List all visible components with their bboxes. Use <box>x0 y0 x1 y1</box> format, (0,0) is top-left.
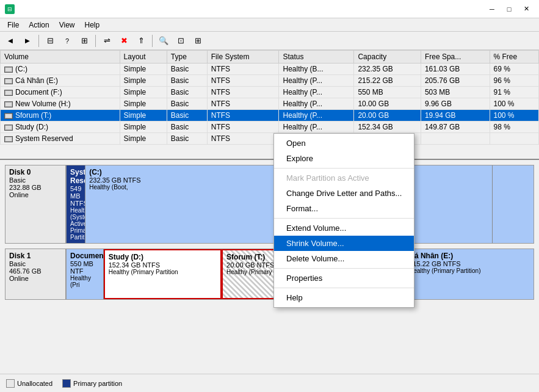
table-row[interactable]: Study (D:)SimpleBasicNTFSHealthy (P...15… <box>1 122 539 133</box>
refresh-button[interactable]: ⇌ <box>99 34 115 48</box>
partition[interactable]: System Reserved 549 MB NTFS Healthy (Sys… <box>67 165 85 243</box>
col-status[interactable]: Status <box>279 51 354 64</box>
context-menu-item[interactable]: Delete Volume... <box>274 251 414 266</box>
main-content: Volume Layout Type File System Status Ca… <box>0 50 539 392</box>
search-button[interactable]: 🔍 <box>156 34 172 48</box>
context-menu-item[interactable]: Properties <box>274 270 414 286</box>
disk-view-button[interactable]: ⊟ <box>42 34 58 48</box>
disk-status: Online <box>9 191 62 198</box>
table-cell: 9.96 GB <box>421 98 490 110</box>
forward-button[interactable]: ► <box>20 34 35 48</box>
legend-primary: Primary partition <box>62 379 122 388</box>
close-button[interactable]: ✕ <box>518 3 534 15</box>
col-pct[interactable]: % Free <box>490 51 538 64</box>
table-cell: Simple <box>120 87 167 98</box>
context-menu-item[interactable]: Format... <box>274 201 414 216</box>
app-icon: ⊟ <box>5 4 15 14</box>
partition-info: Healthy (Pri <box>70 275 99 288</box>
table-cell: 232.35 GB <box>354 64 421 75</box>
menu-file[interactable]: File <box>2 20 24 31</box>
disk-type: Basic <box>9 176 62 184</box>
table-cell: 550 MB <box>354 87 421 98</box>
col-volume[interactable]: Volume <box>1 51 120 64</box>
menu-action[interactable]: Action <box>24 20 54 31</box>
table-cell: 205.76 GB <box>421 75 490 87</box>
table-cell: Healthy (B... <box>279 64 354 75</box>
table-cell: 96 % <box>490 75 538 87</box>
table-row[interactable]: System ReservedSimpleBasicNTFSHealthy (S… <box>1 133 539 145</box>
table-cell: Basic <box>167 64 207 75</box>
disk-label-0: Disk 0 Basic 232.88 GB Online <box>5 165 66 244</box>
list-button[interactable]: ⊞ <box>190 34 206 48</box>
context-menu-item[interactable]: Change Drive Letter and Paths... <box>274 186 414 201</box>
table-cell: Healthy (P... <box>279 122 354 133</box>
table-cell: (C:) <box>1 64 120 75</box>
table-cell: Study (D:) <box>1 122 120 133</box>
partition[interactable]: Cá Nhân (E:) 215.22 GB NTFS Healthy (Pri… <box>405 249 534 299</box>
menu-view[interactable]: View <box>54 20 80 31</box>
table-cell: Healthy (P... <box>279 98 354 110</box>
table-cell <box>490 133 538 145</box>
disk-view[interactable]: Disk 0 Basic 232.88 GB OnlineSystem Rese… <box>0 160 539 374</box>
context-menu-item[interactable]: Explore <box>274 151 414 166</box>
volume-table-container[interactable]: Volume Layout Type File System Status Ca… <box>0 50 539 160</box>
context-menu-item[interactable]: Extend Volume... <box>274 220 414 236</box>
disk-status: Online <box>9 275 62 282</box>
table-cell: 69 % <box>490 64 538 75</box>
legend-primary-label: Primary partition <box>73 380 122 387</box>
back-button[interactable]: ◄ <box>2 34 18 48</box>
table-cell: System Reserved <box>1 133 120 145</box>
table-cell: Simple <box>120 110 167 122</box>
table-row[interactable]: New Volume (H:)SimpleBasicNTFSHealthy (P… <box>1 98 539 110</box>
col-freespace[interactable]: Free Spa... <box>421 51 490 64</box>
volume-table: Volume Layout Type File System Status Ca… <box>0 50 539 145</box>
table-cell: Basic <box>167 122 207 133</box>
table-cell: Simple <box>120 98 167 110</box>
partition-size: 215.22 GB NTFS <box>409 260 530 267</box>
title-bar: ⊟ ─ □ ✕ <box>0 0 539 18</box>
help-button[interactable]: ? <box>59 34 75 48</box>
col-type[interactable]: Type <box>167 51 207 64</box>
table-cell: NTFS <box>207 110 279 122</box>
partition-name: Cá Nhân (E:) <box>409 252 530 260</box>
table-row[interactable]: Cá Nhân (E:)SimpleBasicNTFSHealthy (P...… <box>1 75 539 87</box>
partition[interactable]: Study (D:) 152.34 GB NTFS Healthy (Prima… <box>104 249 222 299</box>
context-menu-item[interactable]: Help <box>274 290 414 305</box>
table-cell: NTFS <box>207 122 279 133</box>
table-row[interactable]: (C:)SimpleBasicNTFSHealthy (B...232.35 G… <box>1 64 539 75</box>
col-layout[interactable]: Layout <box>120 51 167 64</box>
table-cell <box>421 133 490 145</box>
legend-box-unalloc <box>6 379 15 388</box>
partition[interactable] <box>493 165 534 243</box>
table-cell: Simple <box>120 75 167 87</box>
table-cell: NTFS <box>207 98 279 110</box>
col-filesystem[interactable]: File System <box>207 51 279 64</box>
context-menu-item[interactable]: Open <box>274 136 414 151</box>
table-cell: Basic <box>167 87 207 98</box>
table-cell: 161.03 GB <box>421 64 490 75</box>
table-cell: NTFS <box>207 133 279 145</box>
maximize-button[interactable]: □ <box>501 3 517 15</box>
disk-row: Disk 0 Basic 232.88 GB OnlineSystem Rese… <box>5 165 534 244</box>
disk-size: 465.76 GB <box>9 267 62 275</box>
partition-size: 550 MB NTF <box>70 260 99 275</box>
view-toggle-button[interactable]: ⊡ <box>173 34 189 48</box>
context-menu-item: Mark Partition as Active <box>274 170 414 186</box>
partition[interactable]: Document 550 MB NTF Healthy (Pri <box>67 249 104 299</box>
cancel-button[interactable]: ✖ <box>116 34 132 48</box>
properties-button[interactable]: ⊞ <box>76 34 92 48</box>
legend-unalloc-label: Unallocated <box>17 380 52 387</box>
table-cell: Basic <box>167 98 207 110</box>
up-button[interactable]: ⇑ <box>133 34 149 48</box>
disk-row: Disk 1 Basic 465.76 GB OnlineDocument 55… <box>5 249 534 300</box>
table-row[interactable]: Document (F:)SimpleBasicNTFSHealthy (P..… <box>1 87 539 98</box>
legend-box-primary <box>62 379 71 388</box>
menu-help[interactable]: Help <box>80 20 105 31</box>
context-menu-item[interactable]: Shrink Volume... <box>274 236 414 251</box>
table-cell: 503 MB <box>421 87 490 98</box>
table-row[interactable]: Sforum (T:)SimpleBasicNTFSHealthy (P...2… <box>1 110 539 122</box>
toolbar-separator-1 <box>38 35 39 47</box>
partition-info: Healthy (Primary Partition) <box>409 267 530 274</box>
minimize-button[interactable]: ─ <box>484 3 500 15</box>
col-capacity[interactable]: Capacity <box>354 51 421 64</box>
